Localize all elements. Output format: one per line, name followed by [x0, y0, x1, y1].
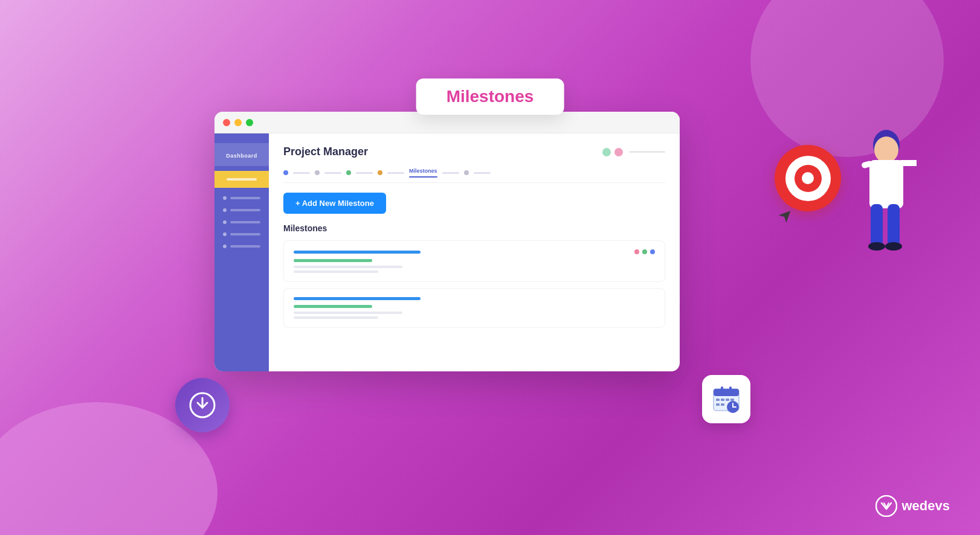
logo-badge [175, 378, 230, 432]
wedevs-text: wedevs [902, 498, 950, 514]
tab-milestones[interactable]: Milestones [409, 168, 437, 178]
sidebar-bar-5 [230, 245, 260, 248]
svg-rect-20 [888, 204, 900, 246]
milestone-gray-bar-1a [294, 266, 402, 268]
tab-nav: Milestones [283, 168, 665, 183]
header-line [629, 151, 665, 153]
svg-rect-3 [721, 386, 723, 392]
sidebar-dot-4 [223, 232, 227, 236]
tab-dot-blue[interactable] [283, 170, 288, 175]
svg-rect-16 [869, 160, 903, 208]
sidebar-item-3[interactable] [214, 217, 269, 228]
tab-dot-green[interactable] [346, 170, 351, 175]
tab-active-underline [409, 176, 437, 178]
milestones-section: Milestones [283, 223, 665, 328]
svg-rect-19 [871, 204, 883, 246]
page-header: Project Manager [283, 146, 665, 158]
tab-dot-gray-2[interactable] [464, 170, 469, 175]
sidebar-dashboard-item[interactable]: Dashboard [214, 143, 269, 166]
svg-rect-7 [726, 399, 729, 401]
sidebar: Dashboard [214, 133, 269, 371]
tab-line-1 [293, 172, 310, 174]
header-dot-pink [614, 148, 623, 156]
tab-line-5 [442, 172, 459, 174]
svg-rect-8 [730, 399, 734, 401]
milestone-green-bar-1 [294, 259, 372, 262]
calendar-icon-svg [711, 384, 741, 414]
sidebar-active-bar [227, 178, 257, 181]
milestone-card-dots-1 [634, 249, 655, 254]
milestone-blue-bar-1 [294, 251, 421, 254]
svg-rect-4 [729, 386, 732, 392]
sidebar-bar-3 [230, 221, 260, 223]
milestone-gray-bar-2a [294, 312, 402, 314]
wedevs-brand: wedevs [875, 495, 950, 517]
milestone-gray-bar-1b [294, 271, 378, 273]
sidebar-item-2[interactable] [214, 205, 269, 216]
svg-rect-5 [716, 399, 720, 401]
add-milestone-button[interactable]: + Add New Milestone [283, 193, 386, 214]
sidebar-dashboard-label: Dashboard [226, 153, 257, 159]
sidebar-item-5[interactable] [214, 241, 269, 252]
milestone-dot-blue [650, 249, 655, 254]
sidebar-bar-1 [230, 197, 260, 199]
tab-line-6 [474, 172, 491, 174]
header-dots [602, 148, 665, 156]
traffic-light-yellow[interactable] [234, 119, 242, 126]
svg-rect-18 [898, 160, 917, 166]
target-illustration [775, 145, 841, 211]
milestone-blue-bar-2 [294, 297, 421, 300]
browser-content: Dashboard [214, 133, 680, 371]
target-outer [775, 145, 841, 211]
svg-point-15 [874, 136, 898, 163]
sidebar-dot-2 [223, 208, 227, 212]
tab-line-3 [356, 172, 373, 174]
tab-line-2 [324, 172, 341, 174]
milestones-section-title: Milestones [283, 223, 665, 233]
sidebar-dot-1 [223, 196, 227, 200]
browser-titlebar [214, 112, 680, 133]
person-illustration [856, 127, 917, 286]
tab-milestones-label: Milestones [409, 168, 437, 174]
svg-rect-2 [714, 389, 739, 396]
sidebar-item-1[interactable] [214, 193, 269, 203]
svg-point-21 [868, 242, 885, 251]
milestone-card-2-header [294, 297, 655, 300]
main-content-area: Project Manager Milestones [269, 133, 680, 371]
milestone-gray-bar-2b [294, 316, 378, 319]
page-title: Project Manager [283, 146, 368, 158]
milestone-dot-green [642, 249, 647, 254]
milestone-card-1-header [294, 249, 655, 254]
sidebar-item-4[interactable] [214, 229, 269, 240]
svg-point-22 [885, 242, 902, 251]
sidebar-dot-5 [223, 245, 227, 248]
milestone-green-bar-2 [294, 305, 372, 308]
milestones-label-text: Milestones [446, 87, 534, 106]
svg-rect-6 [721, 399, 724, 401]
sidebar-bar-4 [230, 233, 260, 235]
calendar-badge [702, 375, 750, 423]
milestone-dot-pink [634, 249, 639, 254]
header-dot-green [602, 148, 611, 156]
svg-rect-9 [716, 403, 720, 406]
traffic-light-red[interactable] [223, 119, 230, 126]
tab-line-4 [387, 172, 404, 174]
milestone-card-1 [283, 240, 665, 282]
target-inner [795, 165, 822, 192]
person-svg [856, 127, 917, 284]
traffic-light-green[interactable] [246, 119, 253, 126]
tab-dot-orange[interactable] [378, 170, 382, 175]
milestone-card-2 [283, 288, 665, 328]
target-bullseye [802, 172, 814, 184]
logo-symbol-svg [188, 391, 217, 420]
sidebar-bar-2 [230, 209, 260, 211]
tab-dot-gray-1[interactable] [315, 170, 320, 175]
wedevs-logo-icon [875, 495, 897, 517]
sidebar-active-item[interactable] [214, 171, 269, 188]
sidebar-dot-3 [223, 220, 227, 224]
milestones-label-container: Milestones [416, 78, 564, 115]
svg-rect-10 [721, 403, 724, 406]
browser-window: Dashboard [214, 112, 680, 371]
target-middle [785, 156, 831, 201]
